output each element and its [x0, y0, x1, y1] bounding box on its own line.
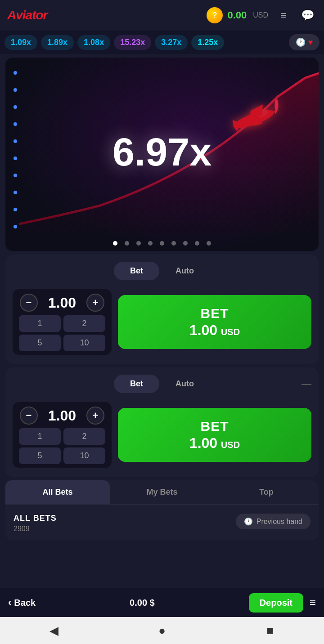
carousel-dot[interactable]: [207, 241, 211, 246]
bet-amount-value-1: 1.00: [189, 322, 217, 338]
bets-tab-all[interactable]: All Bets: [5, 480, 110, 504]
bet-tab-auto-2[interactable]: Auto: [159, 375, 210, 393]
menu-icon: ≡: [310, 596, 316, 608]
hamburger-button[interactable]: ≡: [274, 6, 292, 24]
carousel-dot[interactable]: [183, 241, 188, 246]
bet-currency-2: USD: [221, 440, 240, 450]
chat-button[interactable]: 💬: [299, 6, 317, 24]
bet-button-2[interactable]: BET 1.00 USD: [118, 408, 311, 462]
back-chevron-icon: ‹: [8, 597, 11, 608]
coin-icon[interactable]: ?: [207, 7, 223, 23]
android-home-button[interactable]: ●: [144, 617, 180, 644]
airplane-icon: [225, 98, 283, 145]
axis-dots: [14, 71, 17, 228]
bets-label: ALL BETS: [14, 514, 57, 523]
bet-row-2: − 1.00 + 1 2 5 10 BET 1.00 USD: [13, 402, 311, 468]
previous-hand-button[interactable]: 🕐 Previous hand: [236, 514, 310, 529]
minimize-panel-2[interactable]: —: [302, 378, 311, 390]
bets-section: All Bets My Bets Top ALL BETS 2909 🕐 Pre…: [5, 480, 319, 540]
axis-dot: [14, 157, 17, 160]
quick-2-2[interactable]: 2: [63, 428, 105, 445]
header: Aviator ? 0.00 USD ≡ 💬: [0, 0, 324, 31]
bet-label-2: BET: [201, 418, 229, 434]
decrease-amount-btn-2[interactable]: −: [20, 407, 38, 425]
carousel-dot[interactable]: [148, 241, 153, 246]
bet-tab-bet-1[interactable]: Bet: [114, 262, 159, 280]
carousel-dot[interactable]: [195, 241, 199, 246]
quick-2-1[interactable]: 2: [63, 315, 105, 332]
mult-pill-0[interactable]: 1.09x: [4, 35, 37, 50]
quick-amounts-2: 1 2 5 10: [19, 428, 105, 464]
mult-pill-1[interactable]: 1.89x: [41, 35, 74, 50]
deposit-button[interactable]: Deposit: [249, 593, 303, 613]
multiplier-bar: 1.09x 1.89x 1.08x 15.23x 3.27x 1.25x 🕐 ♥: [0, 31, 324, 54]
amount-value-2: 1.00: [44, 407, 80, 424]
carousel-dots: [5, 241, 319, 246]
prev-hand-label: Previous hand: [256, 518, 302, 526]
axis-dot: [14, 225, 17, 228]
wallet-amount: 0.00 $: [42, 598, 243, 608]
clock-icon: 🕐: [244, 517, 253, 526]
bet-label-1: BET: [201, 305, 229, 322]
bet-panel-2: Bet Auto — − 1.00 + 1 2 5 10 BET 1.00 US…: [5, 367, 319, 477]
bet-button-1[interactable]: BET 1.00 USD: [118, 295, 311, 349]
back-button[interactable]: ‹ Back: [8, 597, 36, 608]
bets-tab-top[interactable]: Top: [214, 480, 319, 504]
axis-dot: [14, 105, 17, 109]
quick-5-2[interactable]: 5: [19, 447, 61, 464]
balance-area: ? 0.00 USD: [207, 7, 268, 23]
android-recent-button[interactable]: ■: [252, 617, 288, 644]
bets-tab-my[interactable]: My Bets: [110, 480, 214, 504]
bet-tabs-1: Bet Auto: [13, 262, 311, 280]
carousel-dot[interactable]: [136, 241, 141, 246]
bets-tabs: All Bets My Bets Top: [5, 480, 319, 505]
axis-dot: [14, 174, 17, 177]
mult-pill-5[interactable]: 1.25x: [191, 35, 224, 50]
bet-amount-display-1: 1.00 USD: [189, 322, 240, 339]
android-back-icon: ◀: [50, 624, 58, 638]
menu-button[interactable]: ≡: [310, 596, 316, 609]
history-button[interactable]: 🕐 ♥: [289, 34, 320, 50]
logo: Aviator: [7, 8, 48, 22]
axis-dot: [14, 122, 17, 126]
carousel-dot[interactable]: [125, 241, 129, 246]
bet-tab-auto-1[interactable]: Auto: [159, 262, 210, 280]
bet-row-1: − 1.00 + 1 2 5 10 BET 1.00 USD: [13, 289, 311, 355]
quick-1-1[interactable]: 1: [19, 315, 61, 332]
android-recent-icon: ■: [266, 624, 274, 638]
bet-tab-bet-2[interactable]: Bet: [114, 375, 159, 393]
carousel-dot[interactable]: [160, 241, 164, 246]
mult-pill-4[interactable]: 3.27x: [155, 35, 188, 50]
history-icon: 🕐: [296, 37, 306, 47]
logo-text: Aviator: [7, 8, 48, 22]
bets-count: 2909: [14, 525, 57, 533]
mult-pill-3[interactable]: 15.23x: [114, 35, 151, 50]
mult-controls: 🕐 ♥: [289, 34, 320, 50]
amount-control-2: − 1.00 + 1 2 5 10: [13, 402, 112, 468]
game-canvas: 6.97x: [5, 58, 319, 251]
mult-pill-2[interactable]: 1.08x: [77, 35, 110, 50]
quick-10-1[interactable]: 10: [63, 335, 105, 351]
hamburger-icon: ≡: [280, 9, 287, 22]
amount-row-1: − 1.00 +: [20, 294, 104, 312]
quick-5-1[interactable]: 5: [19, 335, 61, 351]
quick-1-2[interactable]: 1: [19, 428, 61, 445]
quick-10-2[interactable]: 10: [63, 447, 105, 464]
quick-amounts-1: 1 2 5 10: [19, 315, 105, 351]
android-nav: ◀ ● ■: [0, 617, 324, 644]
header-right: ? 0.00 USD ≡ 💬: [207, 6, 317, 24]
bet-currency-1: USD: [221, 327, 240, 337]
bets-header-row: ALL BETS 2909 🕐 Previous hand: [14, 514, 310, 533]
increase-amount-btn-2[interactable]: +: [86, 407, 104, 425]
decrease-amount-btn-1[interactable]: −: [20, 294, 38, 312]
android-back-button[interactable]: ◀: [36, 617, 72, 644]
carousel-dot[interactable]: [113, 241, 117, 246]
balance-amount: 0.00: [227, 9, 247, 21]
carousel-dot[interactable]: [171, 241, 176, 246]
increase-amount-btn-1[interactable]: +: [86, 294, 104, 312]
heart-icon: ♥: [308, 38, 313, 47]
balance-currency: USD: [253, 11, 268, 19]
axis-dot: [14, 139, 17, 143]
axis-dot: [14, 191, 17, 194]
bottom-bar: ‹ Back 0.00 $ Deposit ≡: [0, 588, 324, 617]
